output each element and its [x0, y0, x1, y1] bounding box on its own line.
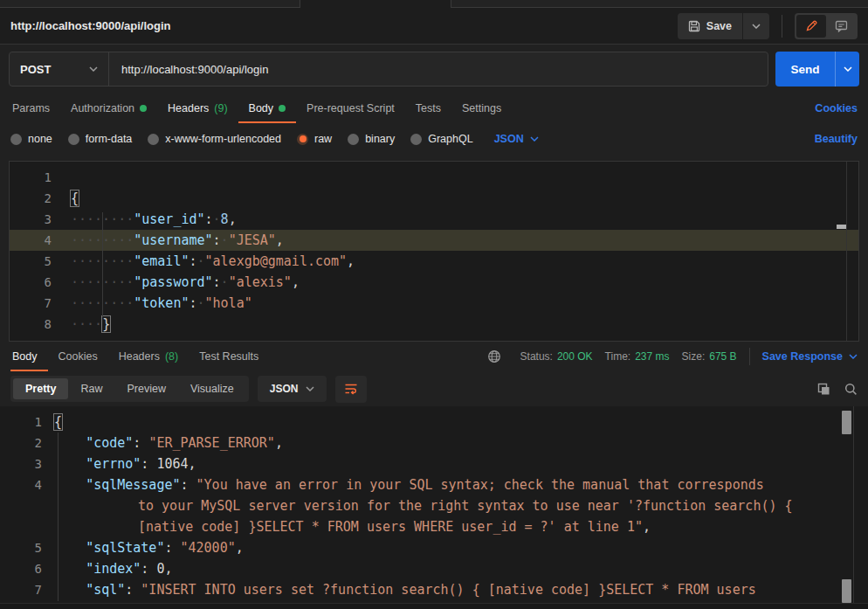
save-response-button[interactable]: Save Response: [762, 350, 858, 363]
active-request-tab[interactable]: [300, 0, 451, 8]
tab-label: Body: [249, 102, 274, 114]
line-number: 1: [10, 167, 52, 188]
body-type-radio-x-www-form-urlencoded[interactable]: x-www-form-urlencoded: [148, 133, 281, 145]
edit-pencil-icon: [805, 19, 818, 32]
request-body-editor[interactable]: 12{3········"user_id":·8,4········"usern…: [9, 161, 859, 342]
view-visualize[interactable]: Visualize: [178, 378, 246, 399]
line-number: [0, 516, 42, 537]
send-button[interactable]: Send: [775, 52, 835, 87]
tab-headers[interactable]: Headers(9): [157, 93, 238, 123]
code-line[interactable]: 3 "errno": 1064,: [0, 453, 868, 474]
code-line[interactable]: 5 "sqlState": "42000",: [0, 537, 868, 558]
radio-circle: [348, 134, 359, 145]
line-number: 2: [0, 433, 42, 453]
response-tab-body[interactable]: Body: [10, 342, 48, 371]
request-title: http://localhost:9000/api/login: [10, 19, 170, 32]
response-tab-headers[interactable]: Headers(8): [108, 342, 189, 371]
line-content: "errno": 1064,: [54, 453, 196, 474]
cookies-link[interactable]: Cookies: [815, 102, 858, 114]
view-raw[interactable]: Raw: [68, 378, 114, 399]
method-value: POST: [20, 63, 51, 76]
radio-circle: [10, 134, 22, 145]
response-body-editor[interactable]: 1{2 "code": "ER_PARSE_ERROR",3 "errno": …: [0, 406, 868, 603]
code-line[interactable]: 2{: [10, 188, 858, 209]
line-content: "sqlState": "42000",: [54, 537, 244, 558]
radio-circle: [410, 134, 422, 145]
response-editor-scrollbar[interactable]: [853, 406, 854, 603]
code-line[interactable]: 8····}: [10, 314, 858, 335]
code-line[interactable]: 6 "index": 0,: [0, 558, 868, 579]
chevron-down-icon: [849, 354, 858, 359]
tab-label: Tests: [416, 102, 441, 114]
method-select[interactable]: POST: [10, 52, 109, 86]
code-line[interactable]: to your MySQL server version for the rig…: [0, 495, 868, 516]
code-line[interactable]: 5········"email":·"alexgb@gmail.com",: [10, 251, 858, 272]
green-dot-indicator: [279, 105, 286, 112]
view-switcher: PrettyRawPreviewVisualize: [10, 376, 249, 402]
wrap-text-icon: [344, 383, 358, 395]
code-line[interactable]: 6········"password":·"alexis",: [10, 272, 858, 293]
tab-body[interactable]: Body: [238, 93, 297, 123]
view-pretty[interactable]: Pretty: [13, 378, 68, 399]
comment-button[interactable]: [826, 15, 856, 38]
response-tab-test-results[interactable]: Test Results: [189, 342, 269, 371]
radio-label: raw: [314, 133, 332, 145]
url-input[interactable]: http://localhost:9000/api/login: [109, 63, 280, 76]
response-tab-cookies[interactable]: Cookies: [48, 342, 108, 371]
body-type-radio-raw[interactable]: raw: [297, 133, 332, 145]
tab-pre-request-script[interactable]: Pre-request Script: [296, 93, 405, 123]
tab-tests[interactable]: Tests: [405, 93, 451, 123]
body-type-radio-none[interactable]: none: [10, 133, 52, 145]
send-options-button[interactable]: [835, 52, 859, 87]
line-content: ········"email":·"alexgb@gmail.com",: [71, 251, 355, 272]
tab-params[interactable]: Params: [10, 93, 60, 123]
line-content: {: [71, 188, 79, 209]
edit-documentation-button[interactable]: [796, 15, 826, 38]
save-button[interactable]: Save: [678, 13, 742, 39]
response-time: Time: 237 ms: [605, 350, 670, 363]
indent-guide: [102, 212, 103, 317]
code-line[interactable]: 1: [10, 167, 858, 188]
code-line[interactable]: 7 "sql": "INSERT INTO users set ?functio…: [0, 579, 868, 600]
status-value: 200 OK: [557, 350, 593, 363]
send-button-group: Send: [775, 52, 859, 87]
code-line[interactable]: 4········"username":·"JESA",: [10, 230, 858, 251]
radio-label: form-data: [86, 133, 133, 145]
code-line[interactable]: 7········"token":·"hola": [10, 293, 858, 314]
tab-bar: [0, 0, 868, 8]
save-options-button[interactable]: [742, 13, 769, 39]
search-icon[interactable]: [844, 383, 858, 396]
body-language-select[interactable]: JSON: [494, 133, 539, 145]
scrollbar-thumb[interactable]: [837, 225, 846, 229]
response-header: BodyCookiesHeaders(8)Test Results Status…: [0, 342, 868, 371]
tab-label: Pre-request Script: [307, 102, 395, 114]
copy-icon[interactable]: [817, 383, 830, 396]
request-editor-scrollbar[interactable]: [846, 162, 847, 341]
code-line[interactable]: 2 "code": "ER_PARSE_ERROR",: [0, 433, 868, 453]
request-tabs: ParamsAuthorizationHeaders(9)BodyPre-req…: [0, 93, 868, 123]
code-line[interactable]: 1{: [0, 412, 868, 433]
tab-authorization[interactable]: Authorization: [60, 93, 157, 123]
scrollbar-thumb[interactable]: [842, 411, 851, 434]
code-line[interactable]: 3········"user_id":·8,: [10, 209, 858, 230]
scrollbar-thumb[interactable]: [842, 579, 851, 603]
body-type-radio-binary[interactable]: binary: [348, 133, 395, 145]
response-language-select[interactable]: JSON: [258, 376, 327, 402]
body-language-value: JSON: [494, 133, 524, 145]
line-content: ········"password":·"alexis",: [71, 272, 300, 293]
code-line[interactable]: [native code] }SELECT * FROM users WHERE…: [0, 516, 868, 537]
url-bar: POST http://localhost:9000/api/login Sen…: [0, 45, 868, 93]
wrap-lines-button[interactable]: [335, 376, 367, 403]
view-preview[interactable]: Preview: [114, 378, 177, 399]
beautify-link[interactable]: Beautify: [815, 133, 858, 145]
tab-label: Cookies: [59, 350, 98, 363]
tab-settings[interactable]: Settings: [451, 93, 512, 123]
radio-label: GraphQL: [428, 133, 472, 145]
save-button-label: Save: [706, 20, 732, 32]
code-line[interactable]: 4 "sqlMessage": "You have an error in yo…: [0, 474, 868, 495]
body-type-radio-form-data[interactable]: form-data: [68, 133, 133, 145]
window-bottom-edge: [0, 603, 868, 609]
body-type-radio-graphql[interactable]: GraphQL: [410, 133, 472, 145]
line-content: ····}: [71, 314, 110, 335]
tab-count-badge: (8): [165, 350, 178, 363]
